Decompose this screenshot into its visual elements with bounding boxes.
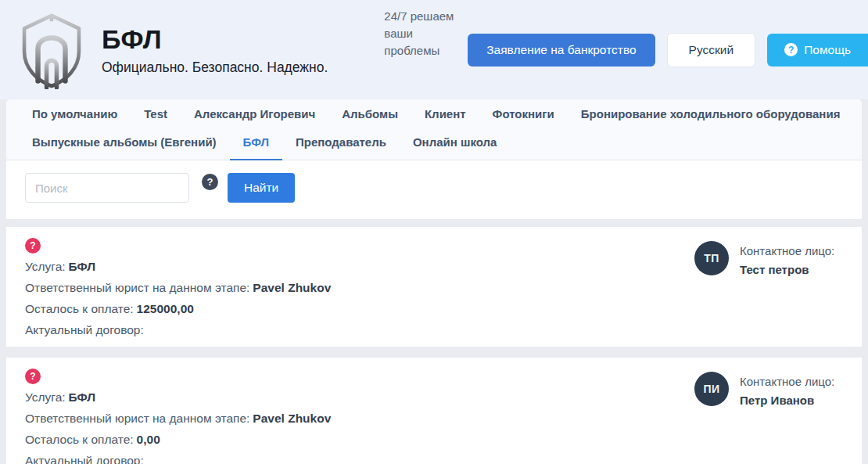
find-button[interactable]: Найти (228, 173, 295, 203)
header-actions: Заявление на банкротство Русский ? Помощ… (468, 33, 868, 67)
logo[interactable]: БФЛ Официально. Безопасно. Надежно. (16, 11, 328, 89)
lawyer-line: Ответственный юрист на данном этапе:Pave… (25, 277, 331, 298)
tab-bfl-active[interactable]: БФЛ (230, 128, 282, 160)
tab-refrigeration-booking[interactable]: Бронирование холодильного оборудования (568, 99, 854, 128)
language-button[interactable]: Русский (667, 33, 756, 67)
tab-client[interactable]: Клиент (411, 99, 479, 128)
tab-alexander-igorevich[interactable]: Александр Игоревич (181, 99, 328, 128)
avatar[interactable]: ПИ (694, 372, 729, 406)
shield-arch-logo-icon (16, 11, 88, 89)
search-help-icon[interactable]: ? (202, 174, 218, 190)
payment-line: Осталось к оплате:125000,00 (25, 298, 331, 319)
service-value: БФЛ (69, 260, 95, 273)
help-question-icon: ? (784, 43, 798, 56)
tab-row-1: По умолчанию Test Александр Игоревич Аль… (19, 99, 849, 128)
unknown-status-icon[interactable]: ? (25, 369, 41, 384)
tab-default[interactable]: По умолчанию (19, 99, 131, 128)
payment-value: 0,00 (137, 433, 160, 446)
contact-name: Петр Иванов (740, 394, 814, 407)
contract-line: Актуальный договор: (25, 319, 331, 340)
avatar[interactable]: ТП (694, 241, 729, 275)
tab-albums[interactable]: Альбомы (328, 99, 411, 128)
payment-value: 125000,00 (137, 302, 194, 315)
lawyer-value: Pavel Zhukov (253, 412, 331, 425)
brand-title: БФЛ (102, 24, 328, 55)
search-panel: ? Найти (6, 160, 862, 219)
unknown-status-icon[interactable]: ? (25, 238, 41, 254)
tab-photobooks[interactable]: Фотокниги (479, 99, 568, 128)
search-input[interactable] (25, 173, 189, 203)
payment-line: Осталось к оплате:0,00 (25, 429, 331, 450)
contact-info: Контактное лицо: Тест петров (740, 241, 834, 279)
tab-teacher[interactable]: Преподаватель (282, 128, 400, 160)
bankruptcy-application-button[interactable]: Заявление на банкротство (468, 34, 655, 67)
client-card[interactable]: ? Услуга:БФЛ Ответственный юрист на данн… (6, 227, 862, 347)
brand-block: БФЛ Официально. Безопасно. Надежно. (102, 24, 328, 76)
contact-name: Тест петров (740, 263, 809, 276)
slogan-text: 24/7 решаем ваши проблемы (384, 0, 462, 59)
service-line: Услуга:БФЛ (25, 256, 331, 277)
lawyer-value: Pavel Zhukov (253, 281, 331, 294)
service-line: Услуга:БФЛ (25, 387, 331, 408)
contact-block: ПИ Контактное лицо: Петр Иванов (694, 369, 843, 464)
client-card[interactable]: ? Услуга:БФЛ Ответственный юрист на данн… (6, 358, 862, 464)
tab-graduation-albums-evgeniy[interactable]: Выпускные альбомы (Евгений) (19, 128, 230, 160)
tab-test[interactable]: Test (131, 99, 181, 128)
lawyer-line: Ответственный юрист на данном этапе:Pave… (25, 408, 331, 429)
service-value: БФЛ (69, 390, 95, 404)
brand-subtitle: Официально. Безопасно. Надежно. (102, 59, 328, 76)
tab-row-2: Выпускные альбомы (Евгений) БФЛ Преподав… (19, 128, 849, 160)
page-header: БФЛ Официально. Безопасно. Надежно. 24/7… (0, 0, 868, 99)
main-content: По умолчанию Test Александр Игоревич Аль… (6, 99, 862, 464)
card-details: ? Услуга:БФЛ Ответственный юрист на данн… (25, 369, 331, 464)
help-button[interactable]: ? Помощь (767, 34, 868, 67)
contact-label: Контактное лицо: (740, 242, 834, 261)
contact-label: Контактное лицо: (740, 372, 834, 391)
contact-info: Контактное лицо: Петр Иванов (740, 372, 834, 410)
contract-line: Актуальный договор: (25, 450, 331, 464)
help-button-label: Помощь (804, 43, 851, 57)
card-details: ? Услуга:БФЛ Ответственный юрист на данн… (25, 238, 331, 340)
tab-online-school[interactable]: Онлайн школа (400, 128, 511, 160)
contact-block: ТП Контактное лицо: Тест петров (694, 238, 843, 340)
tabs-panel: По умолчанию Test Александр Игоревич Аль… (6, 99, 862, 160)
